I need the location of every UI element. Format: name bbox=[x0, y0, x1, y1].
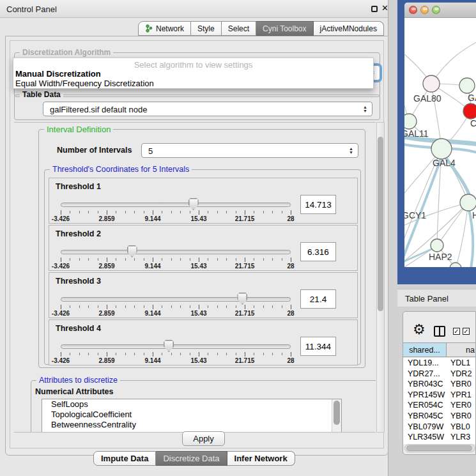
table-row[interactable]: YDL19...YDL1 bbox=[403, 358, 476, 369]
table-row[interactable]: YLR345WYLR3 bbox=[403, 432, 476, 443]
slider-thumb[interactable] bbox=[127, 245, 137, 257]
network-window-titlebar[interactable] bbox=[404, 3, 476, 18]
list-item[interactable]: SelfLoops bbox=[42, 399, 341, 410]
numerical-attributes-list[interactable]: SelfLoops TopologicalCoefficient Between… bbox=[42, 399, 342, 433]
table-cell[interactable]: YBR045C bbox=[403, 411, 447, 422]
gear-icon[interactable]: ⚙ bbox=[413, 323, 426, 337]
threshold-value-field[interactable]: 14.713 bbox=[300, 195, 336, 214]
tab-cyni-toolbox[interactable]: Cyni Toolbox bbox=[256, 21, 313, 36]
slider-tick bbox=[190, 211, 190, 213]
table-cell[interactable]: YDR2 bbox=[447, 369, 476, 380]
close-icon[interactable]: ✕ bbox=[381, 3, 388, 13]
checkbox-icon[interactable]: ✓ bbox=[453, 328, 460, 335]
table-row[interactable]: YBR045CYBR0 bbox=[403, 411, 476, 422]
tick-label: 28 bbox=[287, 215, 294, 222]
scrollbar-thumb[interactable] bbox=[406, 445, 472, 451]
network-node-c[interactable] bbox=[463, 104, 476, 119]
tab-select[interactable]: Select bbox=[222, 21, 256, 36]
threshold-value-field[interactable]: 11.344 bbox=[300, 337, 336, 356]
network-node-hap2[interactable] bbox=[431, 239, 443, 252]
apply-button[interactable]: Apply bbox=[182, 431, 225, 446]
table-row[interactable]: YBR043CYBR0 bbox=[403, 379, 476, 390]
list-scrollbar[interactable] bbox=[332, 399, 341, 433]
slider-tick bbox=[153, 210, 153, 215]
table-cell[interactable]: YBL0 bbox=[447, 422, 476, 433]
table-cell[interactable]: YBR0 bbox=[447, 411, 476, 422]
dropdown-option-equal-width[interactable]: Equal Width/Frequency Discretization bbox=[13, 79, 373, 88]
list-item[interactable]: BetweennessCentrality bbox=[42, 420, 341, 430]
minimize-traffic-light-icon[interactable] bbox=[420, 6, 429, 14]
table-data-combobox[interactable]: galFiltered.sif default node ▲▼ bbox=[43, 102, 372, 116]
slider-tick bbox=[254, 353, 254, 355]
dropdown-option-manual[interactable]: Manual Discretization bbox=[13, 69, 373, 79]
tab-label: Infer Network bbox=[234, 454, 288, 463]
list-item[interactable]: TopologicalCoefficient bbox=[42, 410, 341, 420]
table-cell[interactable]: YLR345W bbox=[403, 432, 447, 443]
tab-infer-network[interactable]: Infer Network bbox=[227, 451, 295, 466]
threshold-value-field[interactable]: 6.316 bbox=[300, 242, 336, 261]
scrollbar-thumb[interactable] bbox=[334, 401, 340, 425]
checkbox-icon[interactable]: ✓ bbox=[463, 328, 470, 335]
tab-impute-data[interactable]: Impute Data bbox=[93, 451, 156, 466]
network-node-gal80[interactable] bbox=[423, 75, 440, 92]
slider-thumb[interactable] bbox=[164, 340, 174, 352]
slider-tick bbox=[144, 353, 144, 355]
network-node-gal11[interactable] bbox=[404, 114, 417, 129]
slider-tick bbox=[61, 257, 61, 262]
slider-scale bbox=[61, 352, 291, 357]
slider-track[interactable] bbox=[61, 297, 291, 302]
table-horizontal-scrollbar[interactable] bbox=[404, 444, 475, 452]
slider-track[interactable] bbox=[61, 203, 291, 207]
table-cell[interactable]: YER054C bbox=[403, 400, 447, 411]
table-cell[interactable]: YBR043C bbox=[403, 379, 447, 390]
network-canvas[interactable]: GAL80GACGAL11GAL4GCY1HHAP2 bbox=[404, 18, 476, 267]
table-cell[interactable]: YPR145W bbox=[403, 390, 447, 401]
number-of-intervals-combobox[interactable]: 5 ▲▼ bbox=[141, 143, 358, 158]
slider-tick bbox=[190, 305, 190, 308]
table-cell[interactable]: YDL1 bbox=[447, 358, 476, 369]
table-cell[interactable]: YER0 bbox=[447, 400, 476, 411]
slider-tick bbox=[208, 211, 208, 213]
table-cell[interactable]: YBL079W bbox=[403, 422, 447, 433]
slider-tick bbox=[236, 305, 236, 308]
network-view-frame: GAL80GACGAL11GAL4GCY1HHAP2 bbox=[404, 3, 476, 267]
zoom-traffic-light-icon[interactable] bbox=[432, 6, 440, 14]
table-cell[interactable]: YPR1 bbox=[447, 390, 476, 401]
column-header-shared-name[interactable]: shared... bbox=[403, 343, 447, 357]
table-row[interactable]: YDR27...YDR2 bbox=[403, 369, 476, 380]
slider-tick bbox=[162, 211, 162, 213]
float-window-icon[interactable] bbox=[371, 6, 378, 12]
table-cell[interactable]: YDL19... bbox=[403, 358, 447, 369]
table-cell[interactable]: YDR27... bbox=[403, 369, 447, 380]
split-columns-icon[interactable] bbox=[434, 326, 445, 337]
slider-track[interactable] bbox=[61, 250, 291, 254]
slider-track[interactable] bbox=[61, 344, 291, 349]
tab-discretize-data[interactable]: Discretize Data bbox=[156, 451, 227, 466]
slider-thumb[interactable] bbox=[237, 293, 247, 305]
close-traffic-light-icon[interactable] bbox=[409, 6, 417, 14]
table-body: YDL19...YDL1YDR27...YDR2YBR043CYBR0YPR14… bbox=[403, 358, 476, 444]
slider-thumb[interactable] bbox=[188, 198, 199, 210]
scrollbar-thumb[interactable] bbox=[378, 137, 383, 311]
column-header-name[interactable]: na bbox=[447, 343, 476, 357]
slider-tick bbox=[190, 258, 190, 261]
slider-tick bbox=[226, 353, 227, 355]
tick-label: -3.426 bbox=[52, 357, 70, 364]
threshold-value-field[interactable]: 21.4 bbox=[300, 289, 336, 309]
tab-jactivemnodules[interactable]: jActiveMNodules bbox=[314, 21, 384, 36]
network-node-h[interactable] bbox=[460, 194, 476, 211]
tab-style[interactable]: Style bbox=[191, 21, 222, 36]
settings-vertical-scrollbar[interactable] bbox=[376, 122, 385, 433]
network-node-gal4[interactable] bbox=[431, 139, 452, 159]
table-row[interactable]: YBL079WYBL0 bbox=[403, 422, 476, 433]
table-cell[interactable]: YBR0 bbox=[447, 379, 476, 390]
dropdown-hint-item[interactable]: Select algorithm to view settings bbox=[13, 58, 373, 69]
slider-tick bbox=[245, 305, 245, 309]
table-row[interactable]: YPR145WYPR1 bbox=[403, 390, 476, 401]
slider-tick bbox=[153, 352, 153, 357]
tab-network[interactable]: Network bbox=[138, 21, 191, 36]
table-panel: ⚙ ✓ ✓ shared... na YDL19...YDL1YDR27...Y… bbox=[403, 311, 476, 455]
table-row[interactable]: YER054CYER0 bbox=[403, 400, 476, 411]
network-node-ga[interactable] bbox=[459, 78, 475, 93]
table-cell[interactable]: YLR3 bbox=[447, 432, 476, 443]
